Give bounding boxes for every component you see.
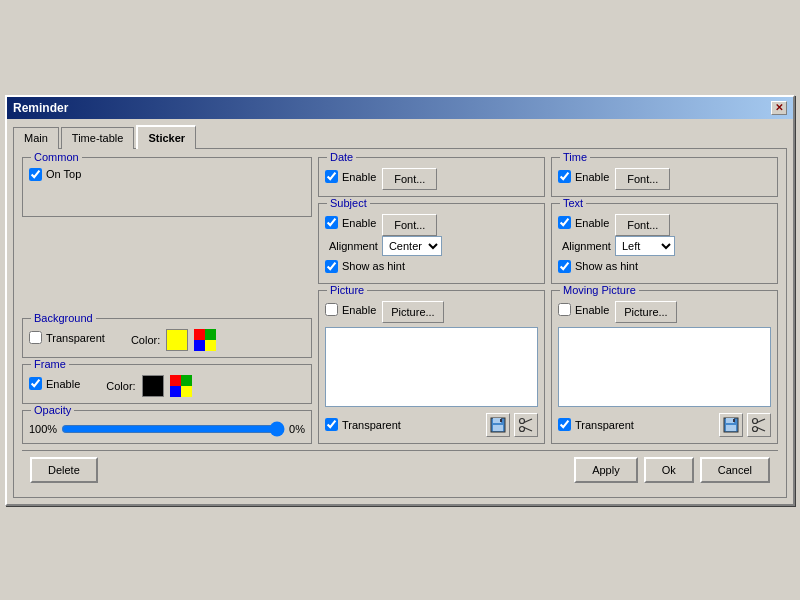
on-top-checkbox[interactable] — [29, 168, 42, 181]
transparent-checkbox[interactable] — [29, 331, 42, 344]
opacity-min-label: 0% — [289, 423, 305, 435]
close-button[interactable]: ✕ — [771, 101, 787, 115]
delete-button[interactable]: Delete — [30, 457, 98, 483]
date-font-row: Enable Font... — [325, 168, 538, 190]
date-font-button[interactable]: Font... — [382, 168, 437, 190]
opacity-slider[interactable] — [61, 421, 285, 437]
window-title: Reminder — [13, 101, 68, 115]
picture-scissors-button[interactable] — [514, 413, 538, 437]
text-show-as-hint-checkbox[interactable] — [558, 260, 571, 273]
moving-picture-floppy-button[interactable] — [719, 413, 743, 437]
bg-color-picker-button[interactable] — [194, 329, 216, 351]
time-enable-row: Enable — [558, 170, 609, 183]
ok-button[interactable]: Ok — [644, 457, 694, 483]
date-enable-checkbox[interactable] — [325, 170, 338, 183]
color-label: Color: — [131, 334, 160, 346]
svg-rect-4 — [170, 375, 181, 386]
moving-picture-enable-row: Enable — [558, 303, 609, 316]
svg-rect-6 — [170, 386, 181, 397]
svg-rect-17 — [726, 418, 734, 423]
tab-sticker[interactable]: Sticker — [136, 125, 196, 149]
svg-line-14 — [524, 419, 532, 423]
text-font-button[interactable]: Font... — [615, 214, 670, 236]
tab-timetable[interactable]: Time-table — [61, 127, 135, 149]
frame-color-swatch[interactable] — [142, 375, 164, 397]
subject-font-row: Enable Font... — [325, 214, 538, 236]
text-font-row: Enable Font... — [558, 214, 771, 236]
text-show-as-hint-row: Show as hint — [558, 260, 771, 273]
title-bar: Reminder ✕ — [7, 97, 793, 119]
text-enable-checkbox[interactable] — [558, 216, 571, 229]
picture-enable-row: Enable — [325, 303, 376, 316]
time-enable-label: Enable — [575, 171, 609, 183]
frame-enable-row: Enable — [29, 377, 80, 390]
bg-color-swatch[interactable] — [166, 329, 188, 351]
subject-enable-checkbox[interactable] — [325, 216, 338, 229]
picture-floppy-button[interactable] — [486, 413, 510, 437]
date-enable-row: Enable — [325, 170, 376, 183]
background-group: Background Transparent Color: — [22, 318, 312, 358]
frame-color-label: Color: — [106, 380, 135, 392]
common-label: Common — [31, 151, 82, 163]
window-body: Main Time-table Sticker Common — [7, 119, 793, 504]
svg-line-15 — [524, 427, 532, 431]
svg-rect-19 — [733, 419, 735, 422]
opacity-group: Opacity 100% 0% — [22, 410, 312, 444]
tab-content-sticker: Common On Top Background T — [13, 148, 787, 498]
transparent-label: Transparent — [46, 332, 105, 344]
on-top-label: On Top — [46, 168, 81, 180]
on-top-row: On Top — [29, 168, 305, 181]
svg-rect-5 — [181, 375, 192, 386]
frame-color-picker-button[interactable] — [170, 375, 192, 397]
time-font-button[interactable]: Font... — [615, 168, 670, 190]
moving-picture-group: Moving Picture Enable Picture... — [551, 290, 778, 444]
picture-enable-label: Enable — [342, 304, 376, 316]
cancel-button[interactable]: Cancel — [700, 457, 770, 483]
svg-rect-7 — [181, 386, 192, 397]
svg-point-21 — [753, 426, 758, 431]
tab-main[interactable]: Main — [13, 127, 59, 149]
svg-rect-3 — [205, 340, 216, 351]
time-enable-checkbox[interactable] — [558, 170, 571, 183]
bottom-bar: Delete Apply Ok Cancel — [22, 450, 778, 489]
common-group: Common On Top — [22, 157, 312, 217]
text-alignment-row: Alignment Left Center Right — [562, 236, 771, 256]
date-group: Date Enable Font... — [318, 157, 545, 197]
frame-enable-checkbox[interactable] — [29, 377, 42, 390]
picture-transparent-checkbox[interactable] — [325, 418, 338, 431]
date-enable-label: Enable — [342, 171, 376, 183]
text-show-as-hint-label: Show as hint — [575, 260, 638, 272]
text-alignment-label: Alignment — [562, 240, 611, 252]
subject-enable-label: Enable — [342, 217, 376, 229]
tab-bar: Main Time-table Sticker — [13, 125, 787, 149]
picture-preview-area — [325, 327, 538, 407]
moving-picture-label: Moving Picture — [560, 284, 639, 296]
moving-picture-scissors-button[interactable] — [747, 413, 771, 437]
text-enable-row: Enable — [558, 216, 609, 229]
transparent-row: Transparent — [29, 331, 105, 344]
subject-show-as-hint-row: Show as hint — [325, 260, 538, 273]
picture-group: Picture Enable Picture... — [318, 290, 545, 444]
reminder-window: Reminder ✕ Main Time-table Sticker — [5, 95, 795, 506]
svg-rect-9 — [493, 418, 501, 423]
moving-picture-transparent-label: Transparent — [575, 419, 634, 431]
picture-enable-checkbox[interactable] — [325, 303, 338, 316]
moving-picture-enable-checkbox[interactable] — [558, 303, 571, 316]
svg-point-20 — [753, 418, 758, 423]
picture-button[interactable]: Picture... — [382, 301, 443, 323]
subject-enable-row: Enable — [325, 216, 376, 229]
moving-picture-button[interactable]: Picture... — [615, 301, 676, 323]
subject-alignment-select[interactable]: Left Center Right — [382, 236, 442, 256]
time-label: Time — [560, 151, 590, 163]
text-alignment-select[interactable]: Left Center Right — [615, 236, 675, 256]
svg-point-12 — [520, 418, 525, 423]
subject-show-as-hint-checkbox[interactable] — [325, 260, 338, 273]
apply-button[interactable]: Apply — [574, 457, 638, 483]
opacity-slider-row: 100% 0% — [29, 421, 305, 437]
svg-line-23 — [757, 427, 765, 431]
subject-group: Subject Enable Font... Alignment — [318, 203, 545, 284]
subject-font-button[interactable]: Font... — [382, 214, 437, 236]
moving-picture-transparent-checkbox[interactable] — [558, 418, 571, 431]
frame-group: Frame Enable Color: — [22, 364, 312, 404]
text-label: Text — [560, 197, 586, 209]
